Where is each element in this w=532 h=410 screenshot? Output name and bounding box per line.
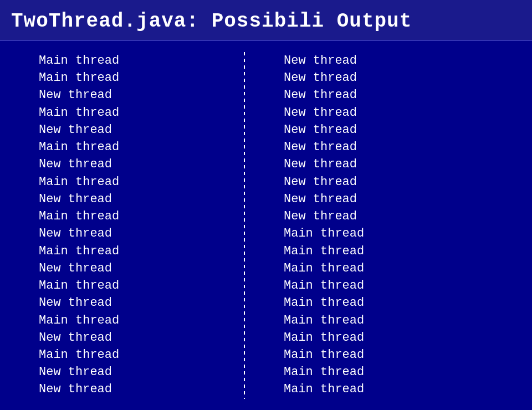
left-thread-line: New thread bbox=[39, 86, 227, 104]
app: TwoThread.java: Possibili Output Main th… bbox=[0, 0, 532, 410]
title-text: TwoThread.java: Possibili Output bbox=[11, 10, 412, 33]
left-thread-line: Main thread bbox=[39, 277, 227, 294]
left-thread-line: Main thread bbox=[39, 243, 227, 260]
right-thread-line: New thread bbox=[284, 139, 532, 156]
content-area: Main threadMain threadNew threadMain thr… bbox=[0, 41, 532, 410]
left-thread-line: Main thread bbox=[39, 312, 227, 329]
left-thread-line: Main thread bbox=[39, 346, 227, 363]
left-thread-line: Main thread bbox=[39, 173, 227, 191]
left-thread-line: Main thread bbox=[39, 208, 227, 225]
left-thread-line: Main thread bbox=[39, 139, 227, 156]
left-thread-line: New thread bbox=[39, 381, 227, 398]
right-column: New threadNew threadNew threadNew thread… bbox=[250, 52, 532, 399]
left-thread-line: New thread bbox=[39, 156, 227, 173]
left-thread-line: New thread bbox=[39, 363, 227, 381]
left-thread-line: New thread bbox=[39, 294, 227, 311]
right-thread-line: New thread bbox=[284, 104, 532, 121]
left-thread-line: Main thread bbox=[39, 104, 227, 121]
right-thread-line: Main thread bbox=[284, 277, 532, 294]
left-thread-line: New thread bbox=[39, 260, 227, 277]
right-thread-line: New thread bbox=[284, 69, 532, 86]
right-thread-line: Main thread bbox=[284, 260, 532, 277]
right-thread-line: Main thread bbox=[284, 381, 532, 398]
right-thread-line: New thread bbox=[284, 173, 532, 191]
left-thread-line: New thread bbox=[39, 121, 227, 139]
right-thread-line: Main thread bbox=[284, 329, 532, 346]
right-thread-line: New thread bbox=[284, 52, 532, 69]
left-thread-line: New thread bbox=[39, 225, 227, 242]
left-thread-line: New thread bbox=[39, 329, 227, 346]
right-thread-line: New thread bbox=[284, 86, 532, 104]
left-thread-line: Main thread bbox=[39, 69, 227, 86]
left-thread-line: New thread bbox=[39, 191, 227, 208]
right-thread-line: New thread bbox=[284, 191, 532, 208]
title-bar: TwoThread.java: Possibili Output bbox=[0, 0, 532, 41]
right-thread-line: Main thread bbox=[284, 312, 532, 329]
left-column: Main threadMain threadNew threadMain thr… bbox=[0, 52, 238, 399]
right-thread-line: New thread bbox=[284, 156, 532, 173]
right-thread-line: New thread bbox=[284, 121, 532, 139]
right-thread-line: Main thread bbox=[284, 363, 532, 381]
left-thread-line: Main thread bbox=[39, 52, 227, 69]
right-thread-line: New thread bbox=[284, 208, 532, 225]
right-thread-line: Main thread bbox=[284, 346, 532, 363]
right-thread-line: Main thread bbox=[284, 225, 532, 242]
right-thread-line: Main thread bbox=[284, 294, 532, 311]
right-thread-line: Main thread bbox=[284, 243, 532, 260]
column-divider bbox=[244, 52, 245, 399]
